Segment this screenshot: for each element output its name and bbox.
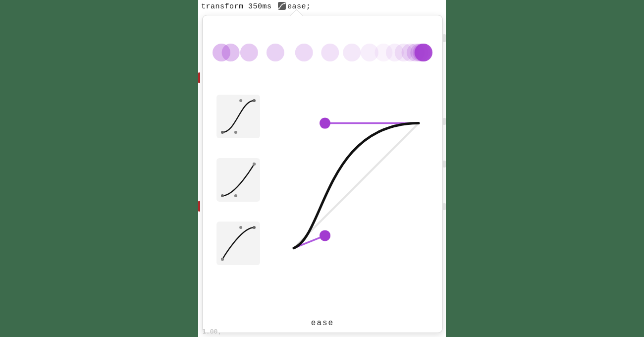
curve-name-label: ease [203, 319, 442, 328]
center-stage: transform 350ms ease; [198, 0, 446, 337]
bezier-handle-p2[interactable] [320, 118, 330, 129]
svg-point-30 [239, 226, 242, 229]
gutter-marker [198, 201, 200, 212]
background-chip [443, 161, 446, 168]
svg-point-21 [234, 131, 237, 134]
svg-point-4 [240, 44, 258, 61]
svg-point-23 [221, 194, 224, 197]
svg-point-25 [234, 194, 237, 197]
svg-point-29 [221, 258, 224, 261]
popover-arrow-icon [290, 9, 303, 22]
background-chip [443, 34, 446, 42]
gutter-marker [198, 72, 200, 83]
code-terminator: ; [306, 2, 311, 11]
svg-line-31 [294, 123, 419, 248]
svg-point-26 [253, 163, 256, 166]
svg-point-18 [415, 44, 432, 61]
preset-list [216, 95, 264, 285]
svg-point-7 [321, 44, 339, 61]
page-rail-left [0, 0, 198, 337]
svg-point-22 [239, 99, 242, 102]
svg-point-8 [343, 44, 361, 61]
svg-point-6 [295, 44, 313, 61]
background-chip [443, 118, 446, 125]
preset-ease-out[interactable] [216, 222, 260, 265]
code-property: transform [201, 2, 244, 11]
bezier-curve-editor[interactable] [287, 95, 426, 273]
page-rail-right [446, 0, 644, 337]
svg-point-20 [253, 99, 256, 102]
preset-ease-in-out[interactable] [216, 95, 260, 138]
bezier-swatch-icon[interactable] [278, 2, 286, 10]
svg-point-1 [284, 3, 286, 4]
timing-preview-strip [213, 35, 432, 70]
background-code-stub: 1.00, [202, 328, 221, 335]
css-transition-line: transform 350ms ease; [201, 2, 446, 11]
svg-point-19 [221, 131, 224, 134]
bezier-editor-popover: ease [202, 15, 443, 333]
svg-point-3 [222, 44, 240, 61]
background-chip [443, 203, 446, 210]
svg-point-28 [253, 226, 256, 229]
code-duration: 350ms [248, 2, 272, 11]
preset-ease-in[interactable] [216, 158, 260, 202]
svg-point-5 [267, 44, 284, 61]
bezier-handle-p1[interactable] [320, 230, 330, 241]
svg-point-0 [278, 8, 280, 9]
